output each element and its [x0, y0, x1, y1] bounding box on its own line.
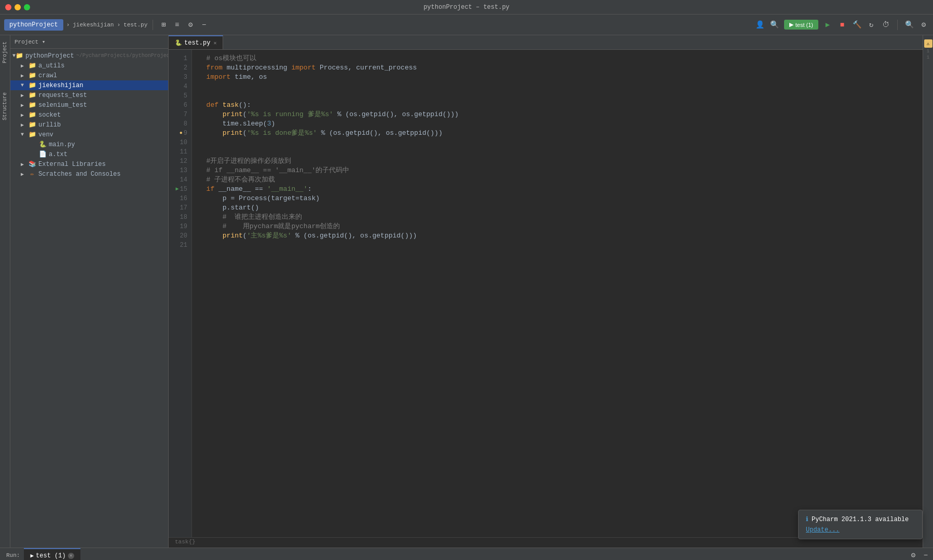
maximize-button[interactable] — [24, 4, 30, 10]
tree-item-crawl[interactable]: ▶ 📁 crawl — [10, 71, 168, 80]
folder-label-urllib: urllib — [38, 121, 61, 129]
warning-count: 1 — [924, 49, 932, 54]
file-tree: ▼ 📁 pythonProject ~/PycharmProjects/pyth… — [10, 49, 168, 548]
minimize-button[interactable] — [15, 4, 21, 10]
tree-item-main-py[interactable]: ▶ 🐍 main.py — [10, 139, 168, 149]
bottom-tabs: Run: ▶ test (1) ✕ ⚙ − — [0, 548, 933, 560]
run-button[interactable]: ▶ test (1) — [784, 20, 818, 30]
toolbar-sep2 — [897, 20, 898, 30]
scratches-label: Scratches and Consoles — [38, 171, 120, 178]
folder-label-jiekeshijian: jiekeshijian — [38, 82, 83, 89]
breadcrumb-file[interactable]: test.py — [124, 22, 147, 28]
project-tab-label: pythonProject — [9, 21, 58, 29]
tree-item-a-utils[interactable]: ▶ 📁 a_utils — [10, 61, 168, 71]
tree-item-a-txt[interactable]: ▶ 📄 a.txt — [10, 149, 168, 159]
breadcrumb-jiekeshijian[interactable]: jiekeshijian — [73, 22, 114, 28]
breadcrumb-sep2: › — [117, 22, 120, 28]
line-numbers: 1 2 3 4 5 6 7 8 ●9 10 11 12 13 14 ▶15 16 — [169, 50, 192, 537]
tree-root[interactable]: ▼ 📁 pythonProject ~/PycharmProjects/pyth… — [10, 51, 168, 61]
bottom-tab-run[interactable]: ▶ test (1) ✕ — [24, 548, 80, 560]
folder-label-crawl: crawl — [38, 72, 57, 79]
editor-tabs: 🐍 test.py ✕ — [169, 35, 923, 50]
run-tab-label: test (1) — [36, 552, 66, 559]
file-tab-icon: 🐍 — [175, 39, 182, 46]
history-icon[interactable]: ⏱ — [881, 20, 891, 30]
notification-icon: ℹ — [806, 515, 808, 523]
bottom-settings-icon[interactable]: ⚙ — [908, 550, 918, 561]
gear-icon[interactable]: ⚙ — [185, 20, 196, 30]
right-vtabs: ⚠ 1 1 — [923, 35, 933, 548]
folder-label-socket: socket — [38, 111, 61, 119]
tree-item-selenium-test[interactable]: ▶ 📁 selenium_test — [10, 100, 168, 110]
magnifier-icon[interactable]: 🔍 — [904, 20, 914, 30]
user-icon[interactable]: 👤 — [755, 20, 765, 30]
settings-icon[interactable]: ⚙ — [918, 20, 929, 30]
main-layout: Project Structure Project ▾ ▼ 📁 pythonPr… — [0, 35, 933, 548]
error-count: 1 — [924, 55, 932, 60]
notification-update-link[interactable]: Update... — [806, 526, 840, 534]
tab-close-icon[interactable]: ✕ — [213, 40, 216, 46]
warning-count-icon[interactable]: ⚠ — [924, 39, 932, 48]
left-vtabs: Project Structure — [0, 35, 10, 548]
folder-label-requests-test: requests_test — [38, 92, 87, 99]
editor-tab-label: test.py — [184, 39, 210, 47]
run-tab-close[interactable]: ✕ — [68, 553, 74, 559]
editor-area: 🐍 test.py ✕ 1 2 3 4 5 6 7 8 ●9 10 11 — [169, 35, 923, 548]
run-config-label: test (1) — [795, 22, 813, 28]
tree-item-urllib[interactable]: ▶ 📁 urllib — [10, 120, 168, 130]
project-tab[interactable]: pythonProject — [4, 19, 63, 31]
tree-item-jiekeshijian[interactable]: ▼ 📁 jiekeshijian — [10, 80, 168, 90]
folder-label-selenium-test: selenium_test — [38, 102, 87, 109]
minus-icon[interactable]: − — [199, 20, 209, 30]
build-icon[interactable]: 🔨 — [852, 20, 862, 30]
run-icon: ▶ — [789, 21, 793, 28]
run-tab-icon: ▶ — [30, 552, 34, 559]
toolbar-separator — [153, 20, 153, 30]
window-controls — [5, 4, 30, 10]
editor-content[interactable]: 1 2 3 4 5 6 7 8 ●9 10 11 12 13 14 ▶15 16 — [169, 50, 923, 537]
title-bar: pythonProject – test.py — [0, 0, 933, 15]
root-label: pythonProject — [25, 52, 74, 60]
vtab-structure[interactable]: Structure — [1, 88, 9, 124]
external-libraries-label: External Libraries — [38, 161, 106, 168]
tree-item-external-libraries[interactable]: ▶ 📚 External Libraries — [10, 159, 168, 169]
stop-icon[interactable]: ■ — [837, 20, 847, 30]
tree-item-scratches[interactable]: ▶ ✏ Scratches and Consoles — [10, 169, 168, 179]
search-icon[interactable]: 🔍 — [770, 20, 780, 30]
breadcrumb-sep1: › — [66, 22, 70, 28]
root-path: ~/PycharmProjects/pythonProject — [76, 53, 168, 59]
notification-text: PyCharm 2021.1.3 available — [812, 516, 909, 523]
close-button[interactable] — [5, 4, 11, 10]
bottom-panel: Run: ▶ test (1) ✕ ⚙ − ▶ ↓ ⋮ ↩ 🌲 📌 🗑 /Lib… — [0, 548, 933, 560]
editor-tab-test-py[interactable]: 🐍 test.py ✕ — [169, 35, 223, 49]
breadcrumb-task: task{} — [175, 539, 196, 545]
tree-item-requests-test[interactable]: ▶ 📁 requests_test — [10, 90, 168, 100]
sidebar-header: Project ▾ — [10, 35, 168, 49]
notification-popup: ℹ PyCharm 2021.1.3 available Update... — [798, 510, 923, 539]
sidebar: Project ▾ ▼ 📁 pythonProject ~/PycharmPro… — [10, 35, 169, 548]
tree-item-socket[interactable]: ▶ 📁 socket — [10, 110, 168, 120]
folder-label-venv: venv — [38, 131, 53, 138]
file-label-main-py: main.py — [49, 141, 75, 148]
notification-title: ℹ PyCharm 2021.1.3 available — [806, 515, 915, 523]
debug-icon[interactable]: ▶ — [822, 20, 833, 30]
bottom-toolbar-right: ⚙ − — [908, 550, 931, 561]
run-panel-label: Run: — [2, 552, 24, 558]
sort-icon[interactable]: ≡ — [172, 20, 182, 30]
window-title: pythonProject – test.py — [423, 4, 510, 11]
layout-icon[interactable]: ⊞ — [158, 20, 169, 30]
project-label: Project ▾ — [15, 38, 45, 45]
code-editor[interactable]: # os模块也可以 from multiprocessing import Pr… — [192, 50, 923, 537]
bottom-minus-icon[interactable]: − — [921, 550, 931, 561]
update-icon[interactable]: ↻ — [866, 20, 876, 30]
vtab-project[interactable]: Project — [1, 37, 9, 67]
file-label-a-txt: a.txt — [49, 151, 67, 158]
tree-item-venv[interactable]: ▼ 📁 venv — [10, 130, 168, 139]
top-toolbar: pythonProject › jiekeshijian › test.py ⊞… — [0, 15, 933, 35]
folder-label-a-utils: a_utils — [38, 62, 64, 69]
top-right-toolbar: 👤 🔍 ▶ test (1) ▶ ■ 🔨 ↻ ⏱ 🔍 ⚙ — [755, 20, 929, 30]
